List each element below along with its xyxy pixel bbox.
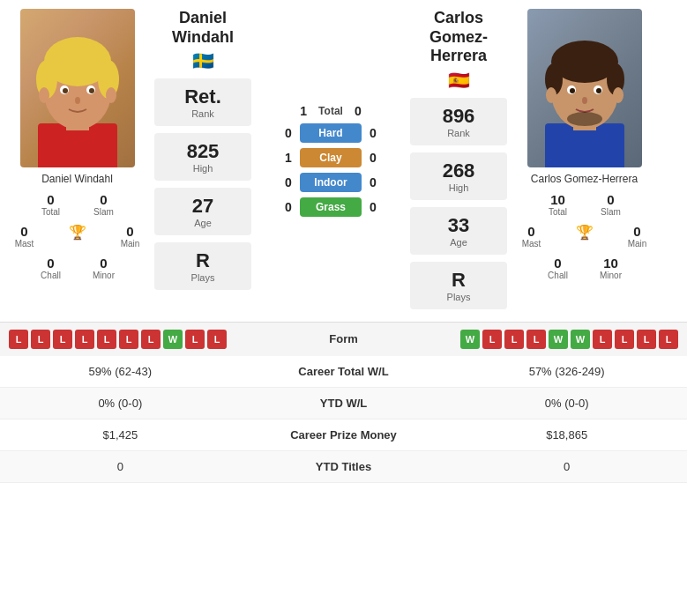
- grass-left-score: 0: [282, 200, 295, 214]
- svg-point-22: [596, 88, 601, 93]
- right-slam-stat: 0 Slam: [594, 192, 629, 217]
- stats-center-label: Career Total W/L: [241, 356, 447, 388]
- form-badge-right: W: [571, 330, 590, 349]
- left-total-value: 0: [47, 192, 54, 207]
- svg-point-11: [39, 87, 49, 103]
- right-mast-stat: 0 Mast: [514, 224, 549, 249]
- left-chall-stat: 0 Chall: [34, 256, 69, 280]
- right-mast-value: 0: [527, 224, 534, 239]
- form-badge-right: L: [615, 330, 634, 349]
- stats-right-value: 0% (0-0): [446, 387, 687, 419]
- form-badge-right: W: [460, 330, 480, 349]
- left-chall-label: Chall: [41, 271, 61, 280]
- left-rank-label: Rank: [167, 108, 239, 119]
- form-badge-left: W: [163, 330, 183, 349]
- left-slam-stat: 0 Slam: [86, 192, 122, 217]
- right-high-value: 268: [422, 160, 495, 182]
- stats-left-value: 0% (0-0): [0, 387, 241, 419]
- total-row: 1 Total 0: [297, 104, 364, 118]
- right-high-label: High: [422, 182, 495, 193]
- form-badge-left: L: [9, 330, 28, 349]
- right-plays-box: R Plays: [410, 262, 507, 309]
- svg-point-23: [582, 97, 587, 104]
- total-label: Total: [318, 105, 343, 117]
- left-minor-label: Minor: [93, 271, 115, 280]
- svg-point-10: [75, 97, 80, 104]
- left-plays-value: R: [167, 249, 239, 272]
- left-player-name-below: Daniel Windahl: [41, 173, 113, 185]
- right-rank-box: 896 Rank: [410, 98, 507, 145]
- middle-column: 1 Total 0 0 Hard 0 1 Clay 0 0 Indoor 0 0: [256, 9, 406, 313]
- right-stats-row3: 0 Chall 10 Minor: [541, 256, 629, 280]
- hard-row: 0 Hard 0: [260, 123, 401, 143]
- right-stats-row2: 0 Mast 🏆 0 Main: [514, 224, 655, 249]
- left-stats-row3: 0 Chall 0 Minor: [34, 256, 122, 280]
- svg-point-24: [546, 87, 556, 103]
- right-trophy-icon: 🏆: [567, 224, 602, 249]
- right-main-label: Main: [628, 239, 647, 249]
- left-mast-stat: 0 Mast: [7, 224, 42, 249]
- form-badge-right: W: [549, 330, 568, 349]
- right-plays-label: Plays: [422, 292, 495, 302]
- form-badge-left: L: [141, 330, 161, 349]
- form-badge-right: L: [504, 330, 524, 349]
- left-plays-box: R Plays: [154, 242, 251, 290]
- right-minor-value: 10: [603, 256, 618, 271]
- left-player-name-center: Daniel Windahl: [154, 9, 251, 47]
- form-section: LLLLLLLWLL Form WLLLWWLLLL: [0, 322, 687, 356]
- left-mast-label: Mast: [15, 239, 34, 249]
- stats-right-value: 0: [446, 450, 687, 482]
- stats-left-value: $1,425: [0, 419, 241, 450]
- left-high-label: High: [167, 163, 239, 174]
- indoor-right-score: 0: [367, 175, 379, 189]
- svg-point-8: [63, 88, 68, 93]
- left-total-label: Total: [41, 207, 60, 217]
- left-rank-value: Ret.: [167, 85, 239, 108]
- right-rank-label: Rank: [422, 128, 495, 138]
- stats-center-label: Career Prize Money: [241, 419, 447, 450]
- left-player-photo: [20, 9, 135, 167]
- form-badge-left: L: [119, 330, 138, 349]
- left-main-stat: 0 Main: [113, 224, 148, 249]
- right-plays-value: R: [422, 269, 495, 292]
- hard-button[interactable]: Hard: [300, 123, 362, 143]
- hard-left-score: 0: [282, 126, 295, 140]
- stats-table-row: 0YTD Titles0: [0, 450, 687, 482]
- svg-point-25: [613, 87, 624, 103]
- right-player-name-below: Carlos Gomez-Herrera: [531, 173, 638, 185]
- left-high-value: 825: [167, 140, 239, 163]
- svg-point-26: [567, 112, 602, 126]
- right-main-value: 0: [633, 224, 640, 239]
- clay-button[interactable]: Clay: [300, 148, 362, 167]
- indoor-left-score: 0: [282, 175, 295, 189]
- right-stats-row1: 10 Total 0 Slam: [541, 192, 629, 217]
- right-age-label: Age: [422, 237, 495, 248]
- left-high-box: 825 High: [154, 133, 251, 181]
- left-trophy-icon: 🏆: [60, 224, 95, 249]
- form-badge-left: L: [53, 330, 72, 349]
- right-mast-label: Mast: [522, 239, 541, 249]
- right-player-name-center: Carlos Gomez-Herrera: [410, 9, 507, 66]
- left-minor-stat: 0 Minor: [86, 256, 122, 280]
- indoor-button[interactable]: Indoor: [300, 173, 362, 192]
- form-badge-right: L: [482, 330, 502, 349]
- right-age-value: 33: [422, 214, 495, 237]
- stats-center-label: YTD Titles: [241, 450, 447, 482]
- grass-button[interactable]: Grass: [300, 197, 362, 217]
- right-rank-value: 896: [422, 105, 495, 128]
- right-player-photo: [527, 9, 642, 167]
- left-chall-value: 0: [47, 256, 54, 271]
- left-age-box: 27 Age: [154, 188, 251, 235]
- right-total-label: Total: [549, 207, 567, 217]
- right-flag: 🇪🇸: [448, 70, 470, 91]
- right-total-value: 10: [550, 192, 565, 207]
- left-main-value: 0: [126, 224, 133, 239]
- grass-row: 0 Grass 0: [260, 197, 401, 217]
- right-form-badges: WLLLWWLLLL: [379, 330, 679, 349]
- indoor-row: 0 Indoor 0: [260, 173, 401, 192]
- form-badge-right: L: [526, 330, 546, 349]
- right-chall-stat: 0 Chall: [541, 256, 576, 280]
- stats-left-value: 0: [0, 450, 241, 482]
- svg-point-9: [89, 88, 94, 93]
- clay-row: 1 Clay 0: [260, 148, 401, 167]
